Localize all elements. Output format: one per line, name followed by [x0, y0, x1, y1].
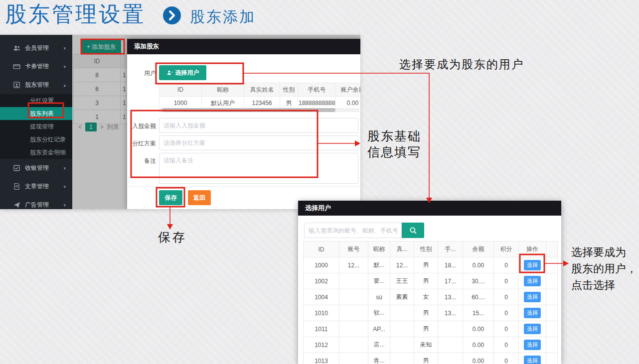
plan-field-label: 分红方案	[128, 139, 156, 148]
admin-app-screenshot: + 添加股东 ID 用 81 61 31 11 < 1 > 到第 会员管理 ▾	[0, 35, 360, 209]
sidebar-item-label: 卡券管理	[25, 62, 49, 71]
selected-user-table: ID 昵称 真实姓名 性别 手机号 账户余额 1000 默认用户 123456 …	[159, 83, 360, 110]
chevron-down-icon: ▾	[63, 203, 66, 208]
sidebar-item-coupon-mgmt[interactable]: 卡券管理 ▾	[0, 57, 72, 76]
column-header: 昵称	[202, 83, 244, 97]
sidebar-item-cashier-mgmt[interactable]: 收银管理 ▾	[0, 159, 72, 177]
chevron-down-icon: ▾	[63, 64, 66, 69]
save-button[interactable]: 保存	[159, 190, 182, 205]
select-row-button[interactable]: 选择	[524, 260, 541, 270]
annotation-click-select: 选择要成为 股东的用户， 点击选择	[571, 244, 637, 293]
chevron-down-icon: ▾	[63, 46, 66, 51]
column-header: 操作	[519, 242, 546, 257]
submenu-item-fund-details[interactable]: 股东资金明细	[0, 146, 72, 159]
submenu-item-withdraw-mgmt[interactable]: 提现管理	[0, 120, 72, 133]
users-icon	[13, 44, 20, 52]
cashier-icon	[13, 164, 20, 172]
amount-field-label: 入股金额	[128, 122, 156, 130]
sidebar: 会员管理 ▾ 卡券管理 ▾ 股东管理 ▴ 分红设置 股东列表 提现管理 股东分红…	[0, 35, 72, 209]
amount-input[interactable]	[159, 118, 358, 133]
column-header: 手...	[438, 242, 463, 257]
column-header: ID	[304, 242, 339, 257]
select-user-button[interactable]: 选择用户	[159, 65, 206, 80]
sidebar-item-ad-mgmt[interactable]: 广告管理 ▾	[0, 196, 72, 209]
submenu-item-shareholder-list[interactable]: 股东列表	[0, 107, 72, 120]
back-button[interactable]: 返回	[188, 190, 211, 205]
select-row-button[interactable]: 选择	[524, 292, 541, 302]
user-list-table: ID 账号 昵称 真... 性别 手... 余额 积分 操作 100012...…	[303, 241, 558, 364]
select-user-button-label: 选择用户	[175, 69, 199, 77]
chevron-right-circle-icon	[162, 6, 181, 25]
user-field-label: 用户	[128, 69, 156, 78]
dialog-title: 添加股东	[127, 39, 360, 54]
sidebar-item-label: 文章管理	[25, 182, 49, 191]
select-row-button[interactable]: 选择	[524, 308, 541, 318]
dividend-plan-input[interactable]	[159, 135, 358, 150]
column-header: 手机号	[298, 83, 336, 97]
column-header: 性别	[280, 83, 298, 97]
table-row: 1011AP...男0.000 选择	[304, 321, 558, 337]
column-header: 账户余额	[336, 83, 361, 97]
select-row-button[interactable]: 选择	[524, 356, 541, 364]
chevron-down-icon: ▾	[63, 184, 66, 189]
annotation-save: 保存	[158, 229, 187, 245]
sidebar-item-member-mgmt[interactable]: 会员管理 ▾	[0, 39, 72, 57]
column-header: ID	[160, 83, 202, 97]
select-row-button[interactable]: 选择	[524, 324, 541, 334]
annotation-select-user: 选择要成为股东的用户	[384, 57, 539, 72]
submenu-item-dividend-settings[interactable]: 分红设置	[0, 94, 72, 107]
search-input[interactable]	[304, 223, 402, 238]
user-icon	[166, 70, 173, 76]
sidebar-item-label: 股东管理	[25, 81, 49, 89]
column-header: 昵称	[368, 242, 390, 257]
divider	[127, 186, 360, 187]
submenu-item-dividend-records[interactable]: 股东分红记录	[0, 133, 72, 146]
annotation-form-fill: 股东基础 信息填写	[367, 128, 421, 160]
select-user-dialog: 选择用户 ID 账号 昵称 真... 性别 手... 余额 积分 操作 1000…	[298, 201, 561, 364]
column-header: 积分	[494, 242, 519, 257]
add-shareholder-dialog: 添加股东 用户 选择用户 ID 昵称 真实姓名 性别 手机号 账户余额 1000…	[127, 39, 360, 209]
table-row: 1004sù素素女13...60....0 选择	[304, 289, 558, 305]
page-title: 股东管理设置	[5, 0, 146, 29]
card-icon	[13, 63, 20, 70]
remark-field-label: 备注	[128, 157, 156, 165]
dialog-title: 选择用户	[298, 201, 561, 216]
chevron-up-icon: ▴	[63, 83, 66, 88]
column-header: 性别	[414, 242, 438, 257]
table-row: 1013青...男0.000 选择	[304, 353, 558, 364]
remark-textarea[interactable]	[159, 153, 358, 184]
column-header: 账号	[339, 242, 368, 257]
table-row: 1002要...王王男17...30....0 选择	[304, 273, 558, 289]
sidebar-item-label: 收银管理	[25, 164, 49, 172]
sidebar-item-shareholder-mgmt[interactable]: 股东管理 ▴	[0, 76, 72, 94]
table-row: 1010软...男13...15...0 选择	[304, 305, 558, 321]
horizontal-scrollbar	[159, 108, 359, 112]
badge-icon	[13, 81, 20, 89]
search-button[interactable]	[402, 223, 424, 238]
select-row-button[interactable]: 选择	[524, 276, 541, 286]
sidebar-item-article-mgmt[interactable]: 文章管理 ▾	[0, 177, 72, 196]
column-header-filler	[546, 242, 558, 257]
column-header: 真实姓名	[244, 83, 280, 97]
magnifier-icon	[409, 227, 417, 235]
scrollbar-thumb[interactable]	[162, 108, 335, 112]
table-row: 100012...默...12...男18...0.000 选择	[304, 257, 558, 273]
column-header: 真...	[390, 242, 414, 257]
ad-icon	[13, 201, 20, 209]
select-row-button[interactable]: 选择	[524, 340, 541, 350]
column-header: 余额	[463, 242, 494, 257]
page-subtitle: 股东添加	[190, 7, 256, 27]
article-icon	[13, 183, 20, 190]
sidebar-item-label: 会员管理	[25, 44, 49, 52]
selected-user-table-wrap: ID 昵称 真实姓名 性别 手机号 账户余额 1000 默认用户 123456 …	[159, 83, 360, 110]
table-row: 1012店...未知0.000 选择	[304, 337, 558, 353]
sidebar-item-label: 广告管理	[25, 201, 49, 209]
chevron-down-icon: ▾	[63, 166, 66, 171]
shareholder-submenu: 分红设置 股东列表 提现管理 股东分红记录 股东资金明细	[0, 94, 72, 159]
